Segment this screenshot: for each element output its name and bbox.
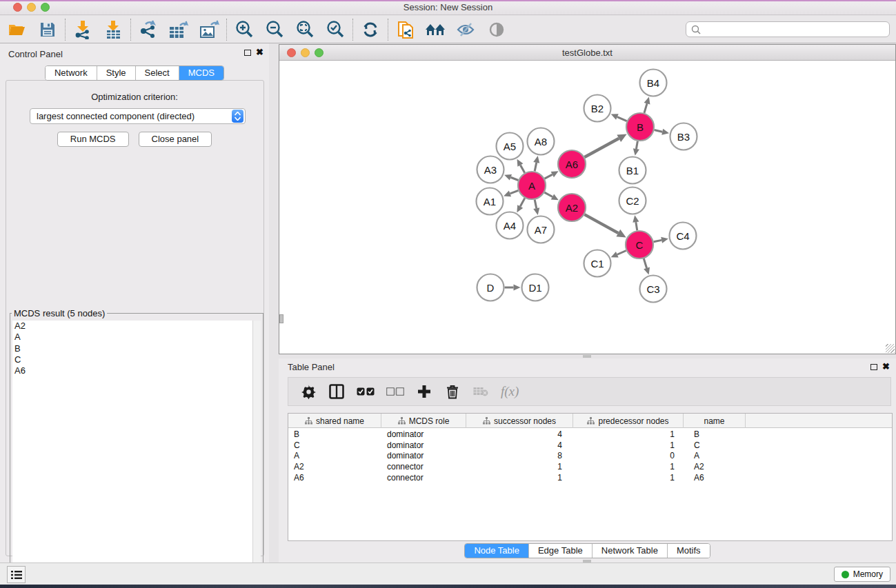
graph-edge[interactable] bbox=[584, 214, 618, 233]
column-header-predecessor-nodes[interactable]: predecessor nodes bbox=[573, 414, 684, 428]
table-cell[interactable]: 1 bbox=[573, 429, 684, 440]
node-table[interactable]: shared nameMCDS rolesuccessor nodesprede… bbox=[288, 413, 893, 541]
memory-button[interactable]: Memory bbox=[834, 567, 890, 582]
graph-edge[interactable] bbox=[636, 141, 637, 149]
add-column-icon[interactable] bbox=[416, 382, 432, 401]
column-header-successor-nodes[interactable]: successor nodes bbox=[466, 414, 573, 428]
table-cell[interactable]: B bbox=[684, 429, 746, 440]
run-mcds-button[interactable]: Run MCDS bbox=[57, 132, 129, 147]
table-tab-network-table[interactable]: Network Table bbox=[592, 544, 667, 558]
table-cell[interactable]: 1 bbox=[466, 462, 573, 473]
table-cell[interactable]: 1 bbox=[573, 440, 684, 452]
table-cell[interactable]: A bbox=[684, 451, 746, 462]
import-network-icon[interactable] bbox=[72, 19, 94, 40]
table-float-icon[interactable] bbox=[870, 364, 877, 370]
window-resize-grip[interactable] bbox=[886, 344, 895, 353]
graph-edge[interactable] bbox=[535, 200, 537, 209]
graph-edge[interactable] bbox=[520, 198, 525, 206]
zoom-out-icon[interactable] bbox=[263, 19, 286, 40]
tab-network[interactable]: Network bbox=[46, 66, 97, 80]
table-cell[interactable]: connector bbox=[381, 462, 466, 473]
graph-edge[interactable] bbox=[544, 192, 552, 196]
graph-edge[interactable] bbox=[535, 163, 537, 172]
result-item[interactable]: A2 bbox=[12, 321, 261, 332]
search-input[interactable] bbox=[701, 25, 889, 34]
close-panel-button[interactable]: Close panel bbox=[139, 132, 212, 147]
result-scrollbar[interactable] bbox=[252, 321, 261, 588]
function-builder-icon[interactable]: f(x) bbox=[501, 382, 519, 401]
task-history-button[interactable] bbox=[7, 566, 26, 583]
network-canvas[interactable]: AA1A2A3A4A5A6A7A8BB1B2B3B4CC1C2C3C4DD1 bbox=[279, 61, 895, 354]
show-eye-icon[interactable] bbox=[486, 19, 508, 40]
table-cell[interactable]: A2 bbox=[288, 462, 381, 473]
export-network-icon[interactable] bbox=[137, 19, 159, 40]
graph-edge[interactable] bbox=[644, 258, 646, 268]
home-layout-icon[interactable] bbox=[425, 19, 447, 40]
search-field[interactable] bbox=[686, 21, 890, 37]
column-header-name[interactable]: name bbox=[684, 414, 746, 428]
mcds-result-list[interactable]: A2ABCA6 bbox=[12, 321, 261, 588]
table-cell[interactable]: connector bbox=[381, 473, 466, 484]
table-row[interactable]: Cdominator41C bbox=[288, 440, 892, 452]
table-tab-motifs[interactable]: Motifs bbox=[667, 544, 710, 558]
table-row[interactable]: Bdominator41B bbox=[288, 429, 892, 440]
hide-selected-eye-icon[interactable] bbox=[455, 19, 477, 40]
show-columns-icon[interactable] bbox=[328, 382, 345, 401]
network-window-titlebar[interactable]: testGlobe.txt bbox=[279, 45, 895, 61]
table-cell[interactable]: B bbox=[288, 429, 381, 440]
table-cell[interactable]: 1 bbox=[573, 473, 684, 484]
table-tab-edge-table[interactable]: Edge Table bbox=[528, 544, 592, 558]
table-row[interactable]: A2connector11A2 bbox=[288, 462, 892, 473]
table-cell[interactable]: 4 bbox=[466, 440, 573, 452]
delete-table-icon[interactable] bbox=[472, 382, 489, 401]
import-table-icon[interactable] bbox=[102, 19, 124, 40]
clone-network-icon[interactable] bbox=[395, 19, 417, 40]
table-cell[interactable]: 4 bbox=[466, 429, 573, 440]
result-item[interactable]: C bbox=[12, 354, 261, 365]
graph-edge[interactable] bbox=[510, 190, 518, 193]
save-session-icon[interactable] bbox=[37, 19, 59, 40]
column-header-shared-name[interactable]: shared name bbox=[288, 414, 381, 428]
table-settings-gear-icon[interactable] bbox=[300, 382, 317, 401]
table-cell[interactable]: dominator bbox=[381, 429, 466, 440]
graph-edge[interactable] bbox=[510, 177, 518, 180]
graph-edge[interactable] bbox=[636, 222, 637, 230]
table-cell[interactable]: 0 bbox=[573, 451, 684, 462]
result-item[interactable]: A bbox=[12, 332, 261, 343]
table-cell[interactable]: A2 bbox=[684, 462, 746, 473]
table-close-icon[interactable]: ✖ bbox=[882, 363, 890, 371]
deselect-all-icon[interactable] bbox=[386, 382, 404, 401]
graph-edge[interactable] bbox=[654, 240, 662, 241]
refresh-icon[interactable] bbox=[359, 19, 381, 40]
graph-edge[interactable] bbox=[545, 174, 552, 179]
splitter-grip[interactable] bbox=[583, 355, 591, 358]
float-panel-icon[interactable] bbox=[244, 50, 251, 56]
node-table-header[interactable]: shared nameMCDS rolesuccessor nodesprede… bbox=[288, 414, 892, 428]
result-item[interactable]: B bbox=[12, 343, 261, 354]
table-cell[interactable]: 8 bbox=[466, 451, 573, 462]
tab-mcds[interactable]: MCDS bbox=[179, 66, 223, 80]
table-row[interactable]: Adominator80A bbox=[288, 451, 892, 462]
result-item[interactable]: A6 bbox=[12, 365, 261, 376]
zoom-in-icon[interactable] bbox=[233, 19, 255, 40]
tab-style[interactable]: Style bbox=[97, 66, 135, 80]
tab-select[interactable]: Select bbox=[135, 66, 179, 80]
graph-edge[interactable] bbox=[644, 103, 647, 113]
graph-edge[interactable] bbox=[617, 250, 626, 254]
table-row[interactable]: A6connector11A6 bbox=[288, 473, 892, 484]
table-cell[interactable]: A6 bbox=[288, 473, 381, 484]
graph-edge[interactable] bbox=[654, 130, 662, 132]
canvas-scroll-thumb[interactable] bbox=[279, 314, 283, 323]
table-cell[interactable]: A bbox=[288, 451, 381, 462]
graph-edge[interactable] bbox=[520, 165, 524, 172]
graph-edge[interactable] bbox=[617, 117, 627, 121]
close-panel-icon[interactable]: ✖ bbox=[256, 48, 263, 57]
table-cell[interactable]: C bbox=[684, 440, 746, 452]
table-cell[interactable]: 1 bbox=[466, 473, 573, 484]
column-header-MCDS-role[interactable]: MCDS role bbox=[381, 414, 466, 428]
open-file-icon[interactable] bbox=[6, 19, 28, 40]
graph-edge[interactable] bbox=[584, 139, 619, 157]
table-cell[interactable]: A6 bbox=[684, 473, 746, 484]
delete-column-icon[interactable] bbox=[444, 382, 461, 401]
table-cell[interactable]: dominator bbox=[381, 451, 466, 462]
